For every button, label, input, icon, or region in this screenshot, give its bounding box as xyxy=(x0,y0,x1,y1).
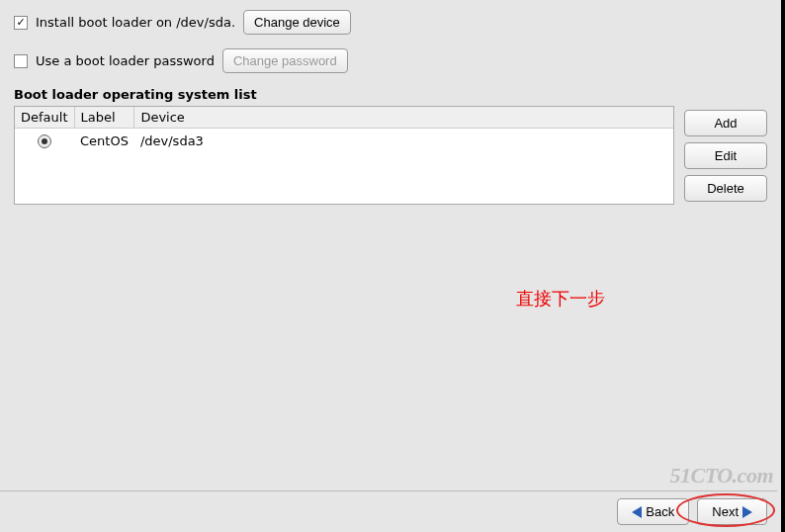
use-password-label: Use a boot loader password xyxy=(36,53,215,68)
change-device-button[interactable]: Change device xyxy=(243,10,351,35)
footer-bar: Back Next xyxy=(0,490,777,532)
col-label[interactable]: Label xyxy=(74,107,134,129)
next-button[interactable]: Next xyxy=(697,498,767,525)
col-device[interactable]: Device xyxy=(134,107,673,129)
change-password-button: Change password xyxy=(222,48,348,73)
install-bootloader-label: Install boot loader on /dev/sda. xyxy=(36,15,235,30)
delete-button[interactable]: Delete xyxy=(684,175,767,202)
annotation-text: 直接下一步 xyxy=(516,287,605,310)
default-radio[interactable] xyxy=(38,134,51,148)
table-row[interactable]: CentOS /dev/sda3 xyxy=(15,129,673,153)
os-list-table[interactable]: Default Label Device CentOS /dev/sda3 xyxy=(14,106,674,205)
next-label: Next xyxy=(712,504,739,519)
row-label: CentOS xyxy=(74,129,134,153)
back-button[interactable]: Back xyxy=(617,498,689,525)
row-device: /dev/sda3 xyxy=(134,129,673,153)
edit-button[interactable]: Edit xyxy=(684,142,767,169)
os-list-title: Boot loader operating system list xyxy=(14,87,767,102)
install-bootloader-checkbox[interactable] xyxy=(14,16,28,30)
watermark-site: 51CTO.com xyxy=(670,463,773,488)
col-default[interactable]: Default xyxy=(15,107,74,129)
use-password-checkbox[interactable] xyxy=(14,54,28,68)
arrow-right-icon xyxy=(742,506,752,518)
arrow-left-icon xyxy=(632,506,642,518)
add-button[interactable]: Add xyxy=(684,110,767,136)
back-label: Back xyxy=(646,504,674,519)
